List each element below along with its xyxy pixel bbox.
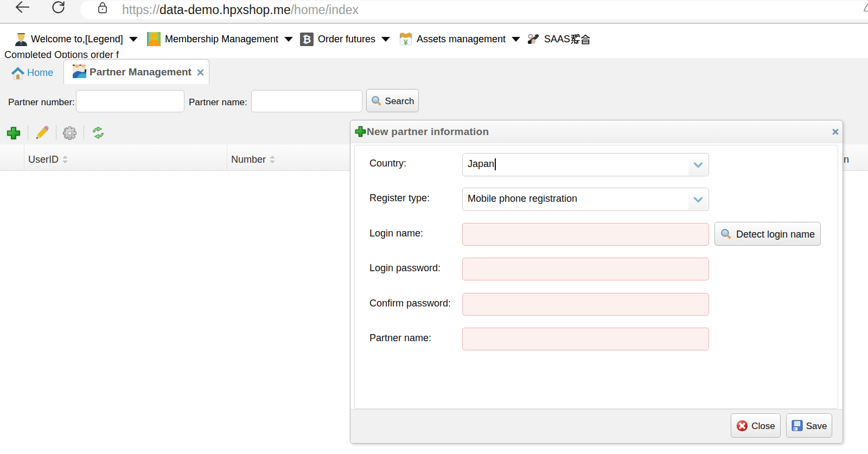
svg-text:₿: ₿ bbox=[303, 34, 311, 45]
svg-text:¥: ¥ bbox=[404, 38, 408, 47]
